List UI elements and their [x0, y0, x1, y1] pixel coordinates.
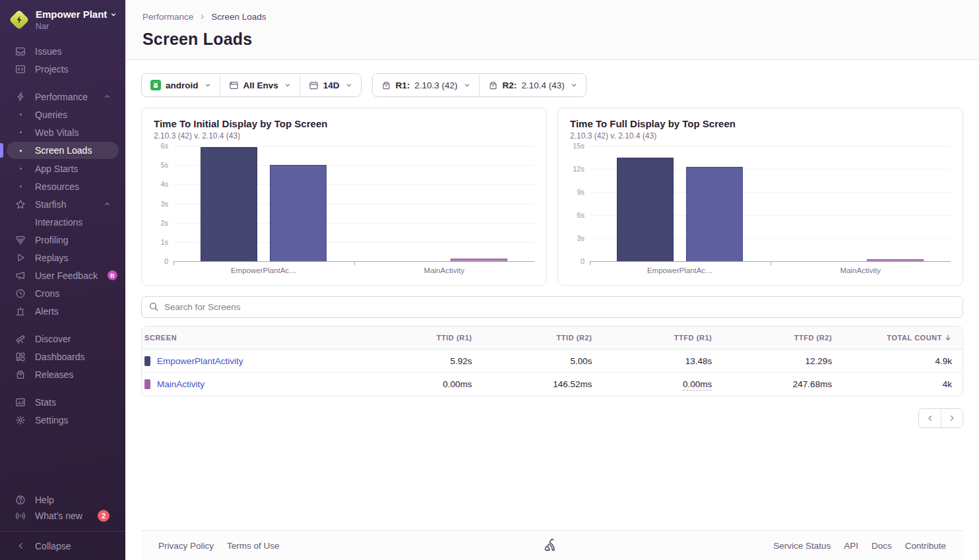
chart-bar[interactable] — [686, 167, 743, 261]
sidebar-item-label: Replays — [35, 253, 69, 263]
breadcrumb: Performance Screen Loads — [142, 12, 962, 22]
sidebar-item-screen-loads[interactable]: Screen Loads — [7, 142, 119, 159]
sidebar-item-queries[interactable]: Queries — [7, 108, 119, 122]
sidebar-item-label: Web Vitals — [35, 127, 79, 138]
issues-icon — [15, 46, 26, 57]
sidebar-item-profiling[interactable]: Profiling — [7, 233, 119, 247]
sidebar-item-crons[interactable]: Crons — [7, 286, 119, 301]
x-axis-category-label: EmpowerPlantAc… — [174, 266, 354, 274]
sidebar-item-whats-new[interactable]: What's new 2 — [7, 509, 119, 523]
release1-filter-button[interactable]: R1: 2.10.3 (42) — [373, 74, 479, 96]
chart-bar[interactable] — [270, 165, 327, 261]
calendar-icon — [309, 80, 319, 90]
sidebar-item-interactions[interactable]: Interactions — [7, 215, 119, 230]
service-status-link[interactable]: Service Status — [773, 541, 831, 551]
column-header-ttfd-r1[interactable]: TTFD (R1) — [602, 334, 722, 342]
chevron-up-icon — [104, 201, 111, 208]
sidebar-item-releases[interactable]: Releases — [7, 367, 119, 382]
sidebar-item-label: Interactions — [35, 217, 82, 228]
page-header: Performance Screen Loads Screen Loads — [125, 0, 979, 60]
chevron-down-icon — [284, 82, 291, 88]
project-filter-button[interactable]: android — [142, 74, 220, 96]
sidebar-item-label: Starfish — [35, 199, 66, 210]
column-header-screen[interactable]: SCREEN — [142, 334, 363, 342]
org-logo — [9, 10, 29, 30]
axis-tick-mark — [354, 262, 355, 265]
sidebar-item-projects[interactable]: Projects — [7, 62, 119, 77]
sidebar-item-help[interactable]: Help — [7, 493, 119, 507]
table-row: MainActivity 0.00ms 146.52ms 0.00ms 247.… — [142, 373, 963, 396]
breadcrumb-performance[interactable]: Performance — [142, 12, 193, 22]
ttfd-chart-card: Time To Full Display by Top Screen 2.10.… — [557, 108, 963, 286]
terms-of-use-link[interactable]: Terms of Use — [227, 541, 280, 551]
api-link[interactable]: API — [844, 541, 858, 551]
release-filter-group: R1: 2.10.3 (42) R2: 2.10.4 (43) — [372, 73, 586, 97]
project-filter-label: android — [166, 80, 199, 90]
telescope-icon — [15, 334, 26, 344]
screen-link[interactable]: EmpowerPlantActivity — [157, 356, 243, 366]
environment-filter-button[interactable]: All Envs — [220, 74, 300, 96]
chart-bar[interactable] — [451, 259, 507, 261]
sidebar-item-label: Alerts — [35, 306, 59, 317]
y-axis-tick-label: 15s — [573, 142, 584, 150]
release2-filter-button[interactable]: R2: 2.10.4 (43) — [479, 74, 586, 96]
privacy-policy-link[interactable]: Privacy Policy — [158, 541, 214, 551]
profiling-icon — [15, 235, 26, 245]
breadcrumb-current: Screen Loads — [211, 12, 266, 22]
chart-bar[interactable] — [617, 158, 674, 261]
sidebar-item-dashboards[interactable]: Dashboards — [7, 350, 119, 364]
active-indicator — [0, 143, 3, 158]
axis-tick-mark — [590, 262, 590, 265]
star-icon — [15, 199, 26, 210]
sidebar-item-issues[interactable]: Issues — [7, 44, 119, 59]
sidebar-item-label: Stats — [35, 397, 56, 408]
plot-area — [590, 146, 951, 262]
date-range-filter-label: 14D — [323, 80, 340, 90]
sidebar-item-replays[interactable]: Replays — [7, 251, 119, 265]
previous-page-button[interactable] — [919, 409, 941, 427]
docs-link[interactable]: Docs — [871, 541, 892, 551]
date-range-filter-button[interactable]: 14D — [300, 74, 361, 96]
sidebar-item-starfish[interactable]: Starfish — [7, 197, 119, 212]
gridline — [590, 146, 951, 146]
next-page-button[interactable] — [941, 409, 963, 427]
sidebar: Empower Plant Nar Issues Projects Perfor… — [0, 0, 125, 560]
sidebar-item-performance[interactable]: Performance — [7, 90, 119, 104]
column-header-total-count[interactable]: TOTAL COUNT — [842, 334, 963, 342]
chart-subtitle: 2.10.3 (42) v. 2.10.4 (43) — [570, 131, 951, 140]
contribute-link[interactable]: Contribute — [905, 541, 946, 551]
x-axis-category-label: MainActivity — [771, 266, 951, 274]
release2-prefix: R2: — [503, 80, 517, 90]
ttfd-r1-value: 13.48s — [602, 356, 722, 366]
y-axis-tick-label: 0 — [164, 257, 168, 265]
column-header-ttid-r2[interactable]: TTID (R2) — [483, 334, 603, 342]
search-input[interactable] — [141, 296, 963, 318]
sidebar-item-discover[interactable]: Discover — [7, 332, 119, 346]
chevron-right-icon — [948, 414, 956, 422]
table-row: EmpowerPlantActivity 5.92s 5.00s 13.48s … — [142, 350, 963, 373]
help-icon — [15, 495, 26, 505]
sidebar-item-label: Profiling — [35, 235, 69, 245]
sidebar-collapse-button[interactable]: Collapse — [7, 539, 119, 553]
sidebar-item-label: Releases — [35, 369, 73, 380]
sidebar-item-alerts[interactable]: Alerts — [7, 304, 119, 319]
sidebar-item-web-vitals[interactable]: Web Vitals — [7, 125, 119, 140]
chevron-left-icon — [15, 542, 26, 550]
chevron-down-icon — [464, 82, 470, 88]
sort-desc-icon — [944, 334, 952, 342]
sidebar-item-settings[interactable]: Settings — [7, 413, 119, 427]
chevron-left-icon — [926, 414, 934, 422]
sidebar-item-app-starts[interactable]: App Starts — [7, 162, 119, 176]
column-header-ttid-r1[interactable]: TTID (R1) — [363, 334, 483, 342]
column-header-ttfd-r2[interactable]: TTFD (R2) — [722, 334, 842, 342]
bullet-icon — [15, 168, 26, 170]
sidebar-item-stats[interactable]: Stats — [7, 395, 119, 410]
release1-prefix: R1: — [396, 80, 410, 90]
screen-link[interactable]: MainActivity — [157, 379, 205, 389]
y-axis-tick-label: 3s — [577, 234, 584, 242]
sidebar-item-user-feedback[interactable]: User Feedback B — [7, 268, 119, 283]
sidebar-item-resources[interactable]: Resources — [7, 179, 119, 194]
chart-bar[interactable] — [867, 259, 924, 261]
chart-bar[interactable] — [201, 147, 257, 261]
org-switcher[interactable]: Empower Plant Nar — [0, 0, 125, 38]
